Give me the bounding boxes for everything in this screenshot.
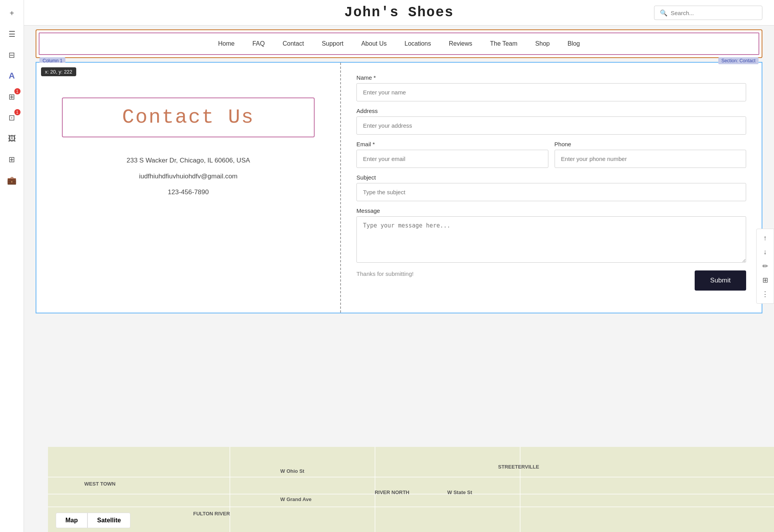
nav-container: Home FAQ Contact Support About Us Locati… <box>36 29 762 58</box>
widgets-icon[interactable]: ⊡ 1 <box>5 111 19 125</box>
right-controls: ↑ ↓ ✏ ⊞ ⋮ <box>756 229 774 304</box>
contact-email: iudfhiuhdfiuvhuiohdfv@gmail.com <box>127 169 250 185</box>
address-input[interactable] <box>356 116 746 135</box>
email-label: Email * <box>356 141 548 147</box>
nav-shop[interactable]: Shop <box>532 39 553 49</box>
message-input[interactable] <box>356 216 746 263</box>
search-input[interactable] <box>671 9 757 16</box>
map-tab-map[interactable]: Map <box>56 513 87 528</box>
menu-icon[interactable]: ☰ <box>5 27 19 41</box>
map-label-wgrand: W Grand Ave <box>280 496 312 502</box>
image-icon[interactable]: 🖼 <box>5 132 19 145</box>
nav-bar: Home FAQ Contact Support About Us Locati… <box>39 37 759 50</box>
map-label-wohio: W Ohio St <box>280 468 304 474</box>
thanks-text: Thanks for submitting! <box>356 270 414 277</box>
email-group: Email * <box>356 141 548 168</box>
site-title: John's Shoes <box>39 5 759 21</box>
subject-input[interactable] <box>356 183 746 201</box>
widgets-badge: 1 <box>14 109 21 115</box>
contact-info: 233 S Wacker Dr, Chicago, IL 60606, USA … <box>127 153 250 200</box>
map-label-rivernorth: RIVER NORTH <box>375 489 409 495</box>
contact-address: 233 S Wacker Dr, Chicago, IL 60606, USA <box>127 153 250 169</box>
nav-contact[interactable]: Contact <box>279 39 307 49</box>
phone-group: Phone <box>555 141 746 168</box>
phone-input[interactable] <box>555 150 746 168</box>
tooltip: x: 20, y: 222 <box>41 67 76 76</box>
email-input[interactable] <box>356 150 548 168</box>
header: John's Shoes 🔍 <box>24 0 774 26</box>
map-canvas: WEST TOWN W Ohio St RIVER NORTH STREETER… <box>48 447 774 532</box>
message-label: Message <box>356 207 746 214</box>
main-area: John's Shoes 🔍 Home FAQ Contact Support … <box>24 0 774 532</box>
section-badge: Section: Contact <box>718 57 759 64</box>
more-button[interactable]: ⋮ <box>759 288 771 300</box>
apps-icon[interactable]: ⊞ 1 <box>5 90 19 104</box>
left-column: x: 20, y: 222 Contact Us 233 S Wacker Dr… <box>36 63 341 313</box>
contact-phone: 123-456-7890 <box>127 185 250 200</box>
scroll-up-button[interactable]: ↑ <box>759 232 771 245</box>
list-icon[interactable]: ⊟ <box>5 48 19 62</box>
right-column: Name * Address Email * Phone <box>341 63 762 313</box>
content-section: Column 1 Section: Contact x: 20, y: 222 … <box>36 62 762 313</box>
map-area: WEST TOWN W Ohio St RIVER NORTH STREETER… <box>48 447 774 532</box>
map-label-wstate: W State St <box>447 489 472 495</box>
map-label-westtown: WEST TOWN <box>84 481 116 487</box>
address-label: Address <box>356 108 746 114</box>
nav-about[interactable]: About Us <box>358 39 390 49</box>
nav-reviews[interactable]: Reviews <box>446 39 475 49</box>
briefcase-icon[interactable]: 💼 <box>5 173 19 187</box>
name-input[interactable] <box>356 83 746 101</box>
email-phone-row: Email * Phone <box>356 141 746 168</box>
search-icon: 🔍 <box>660 9 668 16</box>
nav-team[interactable]: The Team <box>487 39 521 49</box>
submit-button[interactable]: Submit <box>695 270 746 291</box>
contact-title: Contact Us <box>67 106 310 129</box>
name-group: Name * <box>356 74 746 101</box>
subject-group: Subject <box>356 174 746 201</box>
nav-inner: Home FAQ Contact Support About Us Locati… <box>39 33 759 55</box>
phone-label: Phone <box>555 141 746 147</box>
submit-row: Thanks for submitting! Submit <box>356 269 746 291</box>
name-label: Name * <box>356 74 746 81</box>
sidebar: + ☰ ⊟ A ⊞ 1 ⊡ 1 🖼 ⊞ 💼 <box>0 0 24 532</box>
subject-label: Subject <box>356 174 746 181</box>
nav-locations[interactable]: Locations <box>401 39 434 49</box>
nav-faq[interactable]: FAQ <box>249 39 268 49</box>
nav-home[interactable]: Home <box>215 39 238 49</box>
add-icon[interactable]: + <box>5 6 19 20</box>
text-icon[interactable]: A <box>5 69 19 83</box>
edit-button[interactable]: ✏ <box>759 260 771 272</box>
nav-blog[interactable]: Blog <box>564 39 583 49</box>
contact-title-box: Contact Us <box>62 98 315 137</box>
map-label-fulton: FULTON RIVER <box>193 511 230 517</box>
nav-support[interactable]: Support <box>319 39 346 49</box>
apps-badge: 1 <box>14 88 21 94</box>
map-label-streeterville: STREETERVILLE <box>498 464 539 470</box>
message-group: Message <box>356 207 746 263</box>
address-group: Address <box>356 108 746 135</box>
scroll-down-button[interactable]: ↓ <box>759 246 771 258</box>
search-box[interactable]: 🔍 <box>654 5 762 20</box>
grid-button[interactable]: ⊞ <box>759 274 771 286</box>
map-tab-satellite[interactable]: Satellite <box>87 513 130 528</box>
table-icon[interactable]: ⊞ <box>5 152 19 166</box>
map-tabs: Map Satellite <box>56 513 130 528</box>
